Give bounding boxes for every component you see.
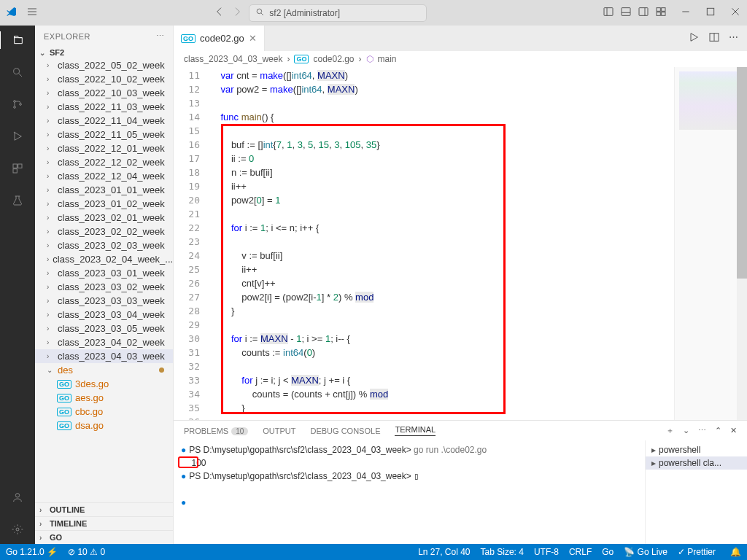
folder-item[interactable]: ›class_2022_10_03_week [35, 86, 173, 100]
cursor-position[interactable]: Ln 27, Col 40 [418, 547, 470, 557]
svg-rect-16 [707, 8, 713, 15]
debug-console-tab[interactable]: DEBUG CONSOLE [311, 427, 381, 435]
command-center[interactable]: sf2 [Administrator] [249, 4, 426, 22]
line-gutter: 11 12 13 14 15 16 17 18 19 20 21 22 23 2… [174, 67, 210, 420]
close-panel-icon[interactable]: ✕ [730, 426, 737, 435]
folder-item[interactable]: ›class_2022_10_02_week [35, 72, 173, 86]
folder-item[interactable]: ›class_2022_12_01_week [35, 141, 173, 155]
svg-point-19 [14, 69, 20, 74]
more-icon[interactable]: ⋯ [156, 31, 165, 41]
folder-item[interactable]: ›class_2023_02_01_week [35, 211, 173, 225]
project-header[interactable]: ⌄SF2 [35, 47, 173, 58]
activity-bar [0, 26, 35, 544]
menu-icon[interactable] [26, 6, 38, 20]
minimap[interactable] [674, 67, 747, 420]
encoding[interactable]: UTF-8 [534, 547, 559, 557]
layout-secondary-icon[interactable] [638, 6, 649, 20]
new-terminal-icon[interactable]: ＋ [666, 425, 674, 436]
panel-more-icon[interactable]: ⋯ [698, 426, 706, 435]
folder-item[interactable]: ›class_2023_02_04_week_... [35, 252, 173, 266]
svg-rect-27 [18, 164, 22, 168]
eol[interactable]: CRLF [569, 547, 592, 557]
forward-arrow-icon[interactable] [231, 6, 243, 20]
terminal-list: ▸powershell ▸powershell cla... [645, 440, 747, 544]
terminal-dropdown-icon[interactable]: ⌄ [683, 426, 689, 435]
settings-gear-icon[interactable] [9, 521, 26, 538]
prettier[interactable]: ✓ Prettier [678, 547, 716, 557]
file-item[interactable]: GOaes.go [35, 391, 173, 405]
svg-rect-11 [657, 8, 660, 12]
folder-item[interactable]: ›class_2023_03_03_week [35, 294, 173, 308]
extensions-icon[interactable] [9, 160, 26, 177]
maximize-panel-icon[interactable]: ⌃ [715, 426, 721, 435]
editor-area: GO code02.go ✕ ⋯ class_2023_04_03_week› … [174, 26, 747, 544]
minimize-icon[interactable] [680, 6, 692, 20]
file-item[interactable]: GOcbc.go [35, 405, 173, 419]
svg-rect-12 [662, 8, 665, 12]
close-icon[interactable] [729, 6, 741, 20]
timeline-panel[interactable]: ›TIMELINE [35, 516, 173, 530]
terminal-output[interactable]: ●PS D:\mysetup\gopath\src\sf2\class_2023… [174, 440, 645, 544]
explorer-icon[interactable] [0, 31, 34, 49]
folder-item[interactable]: ›class_2023_03_04_week [35, 308, 173, 322]
layout-panel-icon[interactable] [620, 6, 632, 20]
run-icon[interactable] [688, 31, 700, 45]
go-version[interactable]: Go 1.21.0 ⚡ [6, 547, 58, 557]
folder-item[interactable]: ›class_2022_11_03_week [35, 100, 173, 114]
file-item[interactable]: GO3des.go [35, 377, 173, 391]
svg-point-30 [15, 494, 19, 497]
folder-item[interactable]: ›class_2023_03_02_week [35, 280, 173, 294]
folder-item[interactable]: ›class_2023_01_02_week [35, 197, 173, 211]
symbol-icon: ⬡ [366, 54, 374, 64]
go-panel[interactable]: ›GO [35, 530, 173, 544]
folder-item[interactable]: ⌄des [35, 363, 173, 377]
folder-item[interactable]: ›class_2023_02_02_week [35, 225, 173, 238]
folder-item[interactable]: ›class_2022_05_02_week [35, 58, 173, 72]
layout-grid-icon[interactable] [655, 6, 667, 20]
testing-icon[interactable] [9, 192, 26, 209]
folder-item[interactable]: ›class_2023_02_03_week [35, 238, 173, 252]
highlight-box-2 [178, 456, 198, 468]
folder-item[interactable]: ›class_2023_03_05_week [35, 322, 173, 335]
file-tab[interactable]: GO code02.go ✕ [174, 26, 265, 51]
terminal-item[interactable]: ▸powershell [646, 443, 747, 456]
folder-item[interactable]: ›class_2023_01_01_week [35, 183, 173, 197]
folder-item[interactable]: ›class_2023_04_02_week [35, 335, 173, 349]
notifications-icon[interactable]: 🔔 [730, 547, 741, 557]
tab-size[interactable]: Tab Size: 4 [481, 547, 524, 557]
problems-tab[interactable]: PROBLEMS10 [184, 427, 248, 435]
language-mode[interactable]: Go [602, 547, 614, 557]
folder-item[interactable]: ›class_2023_04_03_week [35, 349, 173, 363]
folder-item[interactable]: ›class_2022_12_02_week [35, 155, 173, 169]
source-control-icon[interactable] [9, 96, 26, 113]
folder-item[interactable]: ›class_2022_11_04_week [35, 114, 173, 128]
code-editor[interactable]: var cnt = make([]int64, MAXN) var pow2 =… [210, 67, 674, 420]
vscode-icon [6, 6, 18, 20]
layout-sidebar-icon[interactable] [603, 6, 614, 20]
breadcrumb[interactable]: class_2023_04_03_week› GOcode02.go› ⬡mai… [174, 51, 747, 67]
editor-tabs: GO code02.go ✕ ⋯ [174, 26, 747, 51]
account-icon[interactable] [9, 489, 26, 506]
file-item[interactable]: GOdsa.go [35, 419, 173, 432]
svg-line-4 [261, 13, 263, 15]
terminal-tab[interactable]: TERMINAL [395, 425, 436, 436]
editor-more-icon[interactable]: ⋯ [729, 31, 738, 45]
output-tab[interactable]: OUTPUT [263, 427, 295, 435]
debug-icon[interactable] [9, 128, 26, 145]
outline-panel[interactable]: ›OUTLINE [35, 502, 173, 516]
back-arrow-icon[interactable] [214, 6, 225, 20]
svg-point-22 [14, 106, 16, 109]
folder-item[interactable]: ›class_2022_12_04_week [35, 169, 173, 183]
maximize-icon[interactable] [705, 6, 716, 20]
status-problems[interactable]: ⊘ 10 ⚠ 0 [68, 547, 105, 557]
svg-rect-14 [662, 12, 665, 16]
scrollbar[interactable] [737, 67, 747, 420]
split-editor-icon[interactable] [708, 31, 720, 45]
search-icon[interactable] [9, 63, 26, 81]
terminal-item[interactable]: ▸powershell cla... [646, 456, 747, 470]
folder-item[interactable]: ›class_2023_03_01_week [35, 266, 173, 280]
folder-item[interactable]: ›class_2022_11_05_week [35, 128, 173, 141]
tab-close-icon[interactable]: ✕ [249, 33, 257, 44]
svg-rect-26 [13, 164, 17, 168]
go-live[interactable]: 📡 Go Live [624, 547, 667, 557]
